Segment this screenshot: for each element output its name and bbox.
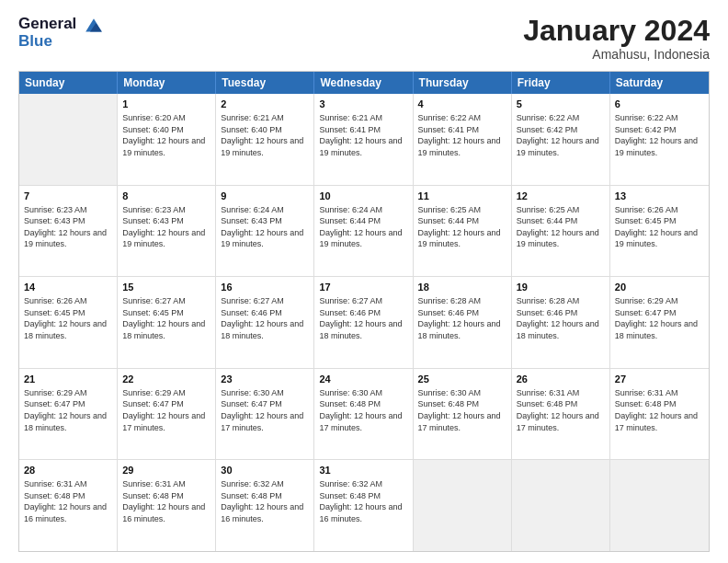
day-of-week-wednesday: Wednesday (314, 72, 413, 94)
week-row-5: 28Sunrise: 6:31 AMSunset: 6:48 PMDayligh… (19, 459, 709, 551)
cell-sun-info: Sunrise: 6:22 AMSunset: 6:41 PMDaylight:… (418, 112, 506, 158)
cell-sun-info: Sunrise: 6:32 AMSunset: 6:48 PMDaylight:… (319, 478, 407, 524)
day-of-week-thursday: Thursday (414, 72, 512, 94)
cell-sun-info: Sunrise: 6:30 AMSunset: 6:48 PMDaylight:… (319, 387, 407, 433)
day-of-week-sunday: Sunday (19, 72, 118, 94)
cell-sun-info: Sunrise: 6:29 AMSunset: 6:47 PMDaylight:… (122, 387, 210, 433)
title-block: January 2024 Amahusu, Indonesia (523, 15, 710, 62)
cal-cell: 12Sunrise: 6:25 AMSunset: 6:44 PMDayligh… (512, 186, 610, 277)
day-number: 5 (517, 98, 605, 111)
week-row-2: 7Sunrise: 6:23 AMSunset: 6:43 PMDaylight… (19, 185, 709, 277)
cell-sun-info: Sunrise: 6:30 AMSunset: 6:47 PMDaylight:… (221, 387, 309, 433)
day-of-week-monday: Monday (118, 72, 216, 94)
day-number: 29 (122, 464, 210, 477)
day-number: 17 (319, 281, 407, 294)
cal-cell: 25Sunrise: 6:30 AMSunset: 6:48 PMDayligh… (414, 369, 512, 460)
day-number: 31 (319, 464, 407, 477)
cal-cell: 22Sunrise: 6:29 AMSunset: 6:47 PMDayligh… (118, 369, 216, 460)
day-number: 25 (418, 373, 506, 386)
calendar: SundayMondayTuesdayWednesdayThursdayFrid… (18, 71, 710, 552)
cell-sun-info: Sunrise: 6:25 AMSunset: 6:44 PMDaylight:… (418, 204, 506, 250)
cal-cell (610, 460, 709, 551)
cell-sun-info: Sunrise: 6:31 AMSunset: 6:48 PMDaylight:… (24, 478, 112, 524)
cal-cell: 6Sunrise: 6:22 AMSunset: 6:42 PMDaylight… (610, 94, 709, 185)
cal-cell: 8Sunrise: 6:23 AMSunset: 6:43 PMDaylight… (118, 186, 216, 277)
cal-cell (19, 94, 118, 185)
cell-sun-info: Sunrise: 6:31 AMSunset: 6:48 PMDaylight:… (615, 387, 704, 433)
cal-cell: 16Sunrise: 6:27 AMSunset: 6:46 PMDayligh… (216, 277, 314, 368)
day-number: 7 (24, 190, 112, 203)
cell-sun-info: Sunrise: 6:23 AMSunset: 6:43 PMDaylight:… (122, 204, 210, 250)
cal-cell: 28Sunrise: 6:31 AMSunset: 6:48 PMDayligh… (19, 460, 118, 551)
day-number: 19 (517, 281, 605, 294)
cell-sun-info: Sunrise: 6:25 AMSunset: 6:44 PMDaylight:… (517, 204, 605, 250)
month-year: January 2024 (523, 15, 710, 47)
day-number: 10 (319, 190, 407, 203)
day-number: 13 (615, 190, 704, 203)
cell-sun-info: Sunrise: 6:20 AMSunset: 6:40 PMDaylight:… (122, 112, 210, 158)
logo-blue: Blue (18, 32, 105, 51)
cal-cell: 10Sunrise: 6:24 AMSunset: 6:44 PMDayligh… (314, 186, 413, 277)
cal-cell: 1Sunrise: 6:20 AMSunset: 6:40 PMDaylight… (118, 94, 216, 185)
cell-sun-info: Sunrise: 6:23 AMSunset: 6:43 PMDaylight:… (24, 204, 112, 250)
day-of-week-saturday: Saturday (610, 72, 709, 94)
day-number: 26 (517, 373, 605, 386)
day-number: 16 (221, 281, 309, 294)
day-of-week-friday: Friday (512, 72, 610, 94)
cal-cell (414, 460, 512, 551)
day-number: 8 (122, 190, 210, 203)
cal-cell: 27Sunrise: 6:31 AMSunset: 6:48 PMDayligh… (610, 369, 709, 460)
calendar-body: 1Sunrise: 6:20 AMSunset: 6:40 PMDaylight… (19, 94, 709, 551)
day-number: 24 (319, 373, 407, 386)
cal-cell: 30Sunrise: 6:32 AMSunset: 6:48 PMDayligh… (216, 460, 314, 551)
day-number: 1 (122, 98, 210, 111)
cell-sun-info: Sunrise: 6:28 AMSunset: 6:46 PMDaylight:… (517, 295, 605, 341)
cell-sun-info: Sunrise: 6:28 AMSunset: 6:46 PMDaylight:… (418, 295, 506, 341)
cell-sun-info: Sunrise: 6:26 AMSunset: 6:45 PMDaylight:… (24, 295, 112, 341)
cell-sun-info: Sunrise: 6:24 AMSunset: 6:44 PMDaylight:… (319, 204, 407, 250)
week-row-1: 1Sunrise: 6:20 AMSunset: 6:40 PMDaylight… (19, 94, 709, 185)
cal-cell: 11Sunrise: 6:25 AMSunset: 6:44 PMDayligh… (414, 186, 512, 277)
cell-sun-info: Sunrise: 6:22 AMSunset: 6:42 PMDaylight:… (615, 112, 704, 158)
cal-cell: 9Sunrise: 6:24 AMSunset: 6:43 PMDaylight… (216, 186, 314, 277)
cal-cell: 4Sunrise: 6:22 AMSunset: 6:41 PMDaylight… (414, 94, 512, 185)
week-row-4: 21Sunrise: 6:29 AMSunset: 6:47 PMDayligh… (19, 368, 709, 460)
day-number: 23 (221, 373, 309, 386)
cell-sun-info: Sunrise: 6:22 AMSunset: 6:42 PMDaylight:… (517, 112, 605, 158)
day-number: 30 (221, 464, 309, 477)
cell-sun-info: Sunrise: 6:29 AMSunset: 6:47 PMDaylight:… (24, 387, 112, 433)
cal-cell (512, 460, 610, 551)
cal-cell: 21Sunrise: 6:29 AMSunset: 6:47 PMDayligh… (19, 369, 118, 460)
cell-sun-info: Sunrise: 6:26 AMSunset: 6:45 PMDaylight:… (615, 204, 704, 250)
cal-cell: 15Sunrise: 6:27 AMSunset: 6:45 PMDayligh… (118, 277, 216, 368)
cell-sun-info: Sunrise: 6:27 AMSunset: 6:46 PMDaylight:… (221, 295, 309, 341)
cal-cell: 29Sunrise: 6:31 AMSunset: 6:48 PMDayligh… (118, 460, 216, 551)
logo-text: General (18, 15, 105, 34)
cal-cell: 23Sunrise: 6:30 AMSunset: 6:47 PMDayligh… (216, 369, 314, 460)
cal-cell: 14Sunrise: 6:26 AMSunset: 6:45 PMDayligh… (19, 277, 118, 368)
cal-cell: 3Sunrise: 6:21 AMSunset: 6:41 PMDaylight… (314, 94, 413, 185)
cal-cell: 24Sunrise: 6:30 AMSunset: 6:48 PMDayligh… (314, 369, 413, 460)
day-number: 27 (615, 373, 704, 386)
day-number: 28 (24, 464, 112, 477)
day-number: 11 (418, 190, 506, 203)
cal-cell: 13Sunrise: 6:26 AMSunset: 6:45 PMDayligh… (610, 186, 709, 277)
cal-cell: 26Sunrise: 6:31 AMSunset: 6:48 PMDayligh… (512, 369, 610, 460)
header: General Blue January 2024 Amahusu, Indon… (18, 15, 710, 62)
cell-sun-info: Sunrise: 6:27 AMSunset: 6:45 PMDaylight:… (122, 295, 210, 341)
day-number: 22 (122, 373, 210, 386)
calendar-header: SundayMondayTuesdayWednesdayThursdayFrid… (19, 72, 709, 94)
cal-cell: 18Sunrise: 6:28 AMSunset: 6:46 PMDayligh… (414, 277, 512, 368)
day-number: 14 (24, 281, 112, 294)
location: Amahusu, Indonesia (523, 47, 710, 62)
cell-sun-info: Sunrise: 6:31 AMSunset: 6:48 PMDaylight:… (517, 387, 605, 433)
cell-sun-info: Sunrise: 6:31 AMSunset: 6:48 PMDaylight:… (122, 478, 210, 524)
day-number: 12 (517, 190, 605, 203)
day-number: 18 (418, 281, 506, 294)
cell-sun-info: Sunrise: 6:32 AMSunset: 6:48 PMDaylight:… (221, 478, 309, 524)
cal-cell: 5Sunrise: 6:22 AMSunset: 6:42 PMDaylight… (512, 94, 610, 185)
day-number: 3 (319, 98, 407, 111)
day-number: 6 (615, 98, 704, 111)
day-number: 15 (122, 281, 210, 294)
cell-sun-info: Sunrise: 6:27 AMSunset: 6:46 PMDaylight:… (319, 295, 407, 341)
